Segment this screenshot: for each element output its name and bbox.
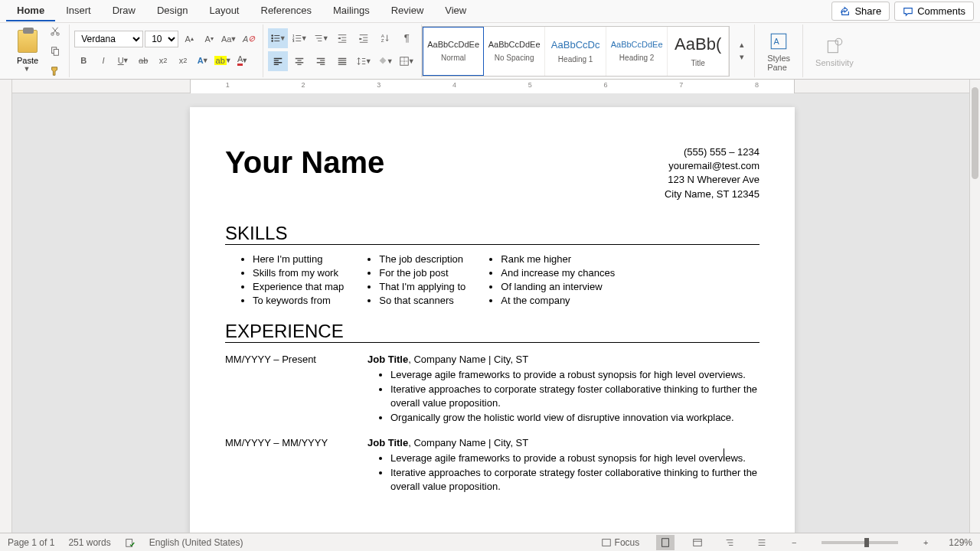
bullets-button[interactable]: ▼ bbox=[268, 28, 288, 48]
cut-button[interactable] bbox=[46, 22, 64, 41]
comments-label: Comments bbox=[917, 5, 965, 17]
ribbon-tabs: HomeInsertDrawDesignLayoutReferencesMail… bbox=[0, 0, 980, 23]
superscript-button[interactable]: x2 bbox=[174, 51, 192, 70]
tab-mailings[interactable]: Mailings bbox=[322, 1, 381, 21]
word-count[interactable]: 251 words bbox=[68, 537, 110, 548]
increase-indent-button[interactable] bbox=[354, 28, 374, 48]
sensitivity-button[interactable]: Sensitivity bbox=[808, 34, 861, 69]
align-left-button[interactable] bbox=[268, 51, 288, 71]
style-heading-2[interactable]: AaBbCcDdEeHeading 2 bbox=[606, 27, 668, 76]
focus-icon bbox=[601, 537, 612, 548]
web-layout-view[interactable] bbox=[688, 535, 707, 550]
align-center-button[interactable] bbox=[289, 51, 309, 71]
font-size-select[interactable]: 10 bbox=[145, 31, 178, 47]
text-effects-button[interactable]: A▼ bbox=[194, 51, 212, 70]
borders-button[interactable]: ▼ bbox=[397, 51, 416, 71]
styles-scroll-up[interactable]: ▴ bbox=[733, 39, 751, 51]
shrink-font-button[interactable]: A▾ bbox=[200, 30, 218, 48]
styles-more[interactable]: ▾ bbox=[733, 51, 751, 64]
contact-block[interactable]: (555) 555 – 1234 youremail@test.com 123 … bbox=[665, 145, 760, 201]
svg-text:A: A bbox=[774, 37, 780, 46]
show-marks-button[interactable]: ¶ bbox=[397, 28, 416, 48]
skills-heading[interactable]: SKILLS bbox=[225, 223, 760, 245]
tab-draw[interactable]: Draw bbox=[102, 1, 146, 21]
spell-check-icon[interactable] bbox=[125, 537, 136, 548]
vertical-ruler[interactable] bbox=[0, 80, 12, 533]
styles-gallery[interactable]: AaBbCcDdEeNormalAaBbCcDdEeNo SpacingAaBb… bbox=[422, 26, 730, 77]
shading-button[interactable]: ▼ bbox=[375, 51, 395, 71]
zoom-slider[interactable] bbox=[822, 541, 898, 544]
scroll-thumb[interactable] bbox=[972, 87, 978, 179]
subscript-button[interactable]: x2 bbox=[154, 51, 172, 70]
decrease-indent-button[interactable] bbox=[332, 28, 352, 48]
font-name-select[interactable]: Verdana bbox=[74, 31, 143, 47]
draft-view[interactable] bbox=[753, 535, 771, 550]
focus-mode-button[interactable]: Focus bbox=[598, 536, 643, 549]
highlight-button[interactable]: ab▼ bbox=[214, 51, 232, 70]
status-bar: Page 1 of 1 251 words English (United St… bbox=[0, 533, 980, 551]
comments-button[interactable]: Comments bbox=[894, 2, 974, 21]
page[interactable]: Your Name (555) 555 – 1234 youremail@tes… bbox=[190, 107, 795, 533]
paste-button[interactable]: Paste ▼ bbox=[11, 28, 44, 74]
underline-button[interactable]: U▼ bbox=[114, 51, 132, 70]
outline-view[interactable] bbox=[720, 535, 739, 550]
paste-label: Paste bbox=[17, 56, 38, 65]
multilevel-list-button[interactable]: ▼ bbox=[311, 28, 331, 48]
tab-insert[interactable]: Insert bbox=[55, 1, 102, 21]
justify-button[interactable] bbox=[332, 51, 352, 71]
resume-name[interactable]: Your Name bbox=[225, 145, 384, 180]
document-canvas[interactable]: Your Name (555) 555 – 1234 youremail@tes… bbox=[12, 93, 969, 533]
tab-layout[interactable]: Layout bbox=[198, 1, 250, 21]
language-indicator[interactable]: English (United States) bbox=[149, 537, 243, 548]
tab-design[interactable]: Design bbox=[146, 1, 198, 21]
change-case-button[interactable]: Aa▼ bbox=[220, 30, 238, 48]
share-icon bbox=[840, 6, 851, 17]
strikethrough-button[interactable]: ab bbox=[134, 51, 152, 70]
align-right-button[interactable] bbox=[311, 51, 331, 71]
tab-review[interactable]: Review bbox=[381, 1, 435, 21]
ribbon-toolbar: Paste ▼ Verdana 10 A▴ A▾ Aa▼ A⊘ B I U▼ a… bbox=[0, 23, 980, 80]
italic-button[interactable]: I bbox=[94, 51, 113, 70]
style-no-spacing[interactable]: AaBbCcDdEeNo Spacing bbox=[484, 27, 545, 76]
sort-button[interactable]: AZ bbox=[375, 28, 395, 48]
numbering-button[interactable]: 123▼ bbox=[289, 28, 309, 48]
svg-point-4 bbox=[271, 40, 273, 41]
svg-rect-13 bbox=[828, 41, 838, 52]
list-item[interactable]: Rank me higherAnd increase my chancesOf … bbox=[501, 253, 615, 308]
svg-rect-17 bbox=[662, 538, 669, 546]
clear-formatting-button[interactable]: A⊘ bbox=[240, 30, 258, 48]
svg-rect-18 bbox=[694, 539, 702, 546]
page-indicator[interactable]: Page 1 of 1 bbox=[8, 537, 54, 548]
tab-view[interactable]: View bbox=[434, 1, 477, 21]
experience-entry[interactable]: MM/YYYY – PresentJob Title, Company Name… bbox=[225, 354, 760, 426]
line-spacing-button[interactable]: ▼ bbox=[354, 51, 374, 71]
horizontal-ruler[interactable]: 12345678 bbox=[12, 80, 969, 93]
tab-home[interactable]: Home bbox=[6, 1, 55, 21]
font-color-button[interactable]: A▼ bbox=[234, 51, 252, 70]
vertical-scrollbar[interactable] bbox=[969, 80, 980, 533]
zoom-in-button[interactable]: + bbox=[916, 533, 935, 552]
share-label: Share bbox=[854, 5, 881, 17]
styles-pane-button[interactable]: A Styles Pane bbox=[760, 29, 798, 73]
format-painter-button[interactable] bbox=[46, 62, 64, 80]
bold-button[interactable]: B bbox=[74, 51, 93, 70]
tab-references[interactable]: References bbox=[250, 1, 322, 21]
list-item[interactable]: The job descriptionFor the job postThat … bbox=[379, 253, 466, 308]
style-title[interactable]: AaBb(Title bbox=[668, 27, 729, 76]
style-heading-1[interactable]: AaBbCcDcHeading 1 bbox=[545, 27, 606, 76]
print-layout-view[interactable] bbox=[656, 535, 675, 550]
skills-list[interactable]: Here I'm puttingSkills from my workExper… bbox=[225, 253, 760, 308]
style-normal[interactable]: AaBbCcDdEeNormal bbox=[423, 27, 484, 76]
zoom-out-button[interactable]: − bbox=[785, 533, 803, 552]
zoom-level[interactable]: 129% bbox=[949, 537, 972, 548]
svg-point-2 bbox=[271, 34, 273, 36]
experience-entry[interactable]: MM/YYYY – MM/YYYYJob Title, Company Name… bbox=[225, 437, 760, 495]
copy-button[interactable] bbox=[46, 42, 64, 60]
svg-point-3 bbox=[271, 37, 273, 38]
share-button[interactable]: Share bbox=[831, 2, 890, 21]
grow-font-button[interactable]: A▴ bbox=[180, 30, 198, 48]
svg-rect-16 bbox=[602, 539, 610, 546]
experience-heading[interactable]: EXPERIENCE bbox=[225, 321, 760, 343]
svg-text:Z: Z bbox=[381, 37, 384, 43]
list-item[interactable]: Here I'm puttingSkills from my workExper… bbox=[253, 253, 344, 308]
